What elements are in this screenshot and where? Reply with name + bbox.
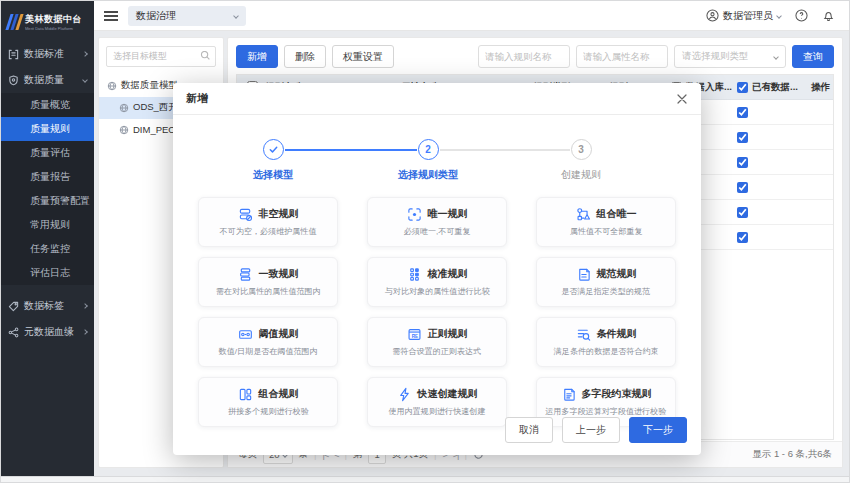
- cancel-button[interactable]: 取消: [505, 417, 553, 443]
- card-title: 非空规则: [259, 207, 299, 221]
- model-icon: [119, 103, 129, 113]
- card-desc: 不可为空，必须维护属性值: [220, 226, 317, 237]
- step-select-model: 选择模型: [218, 139, 328, 182]
- help-button[interactable]: [795, 9, 808, 22]
- rule-type-select-value: 请选择规则类型: [682, 50, 749, 63]
- rules-toolbar: 新增 删除 权重设置 请选择规则类型 查询: [228, 38, 842, 74]
- row-data-checkbox[interactable]: [737, 182, 748, 193]
- hamburger-menu-icon[interactable]: [104, 11, 118, 21]
- user-icon: [706, 9, 719, 22]
- card-consistency-rule[interactable]: 一致规则 需在对比属性的属性值范围内: [198, 257, 338, 307]
- chevron-down-icon: [233, 13, 239, 19]
- scroll-doc-icon: [576, 267, 591, 282]
- sidebar-item-data-quality[interactable]: 数据质量: [1, 67, 94, 93]
- sidebar: 美林数据中台 Merit Data Middle Platform 数据标准 数…: [1, 1, 94, 478]
- card-spec-rule[interactable]: 规范规则 是否满足指定类型的规范: [536, 257, 676, 307]
- layout-blocks-icon: [238, 387, 253, 402]
- add-button[interactable]: 新增: [236, 45, 278, 68]
- card-non-empty-rule[interactable]: 非空规则 不可为空，必须维护属性值: [198, 197, 338, 247]
- step-label: 选择模型: [218, 168, 328, 182]
- step-number: 3: [571, 139, 592, 160]
- card-combo-rule[interactable]: 组合规则 拼接多个规则进行校验: [198, 377, 338, 427]
- card-unique-rule[interactable]: 唯一规则 必须唯一,不可重复: [367, 197, 507, 247]
- column-checkbox[interactable]: [737, 82, 748, 93]
- help-icon: [795, 9, 808, 22]
- modal-footer: 取消 上一步 下一步: [505, 417, 687, 443]
- sidebar-item-data-standard[interactable]: 数据标准: [1, 41, 94, 67]
- step-label: 选择规则类型: [373, 168, 483, 182]
- card-desc: 运用多字段运算对字段值进行校验: [545, 406, 666, 417]
- user-menu[interactable]: 数据管理员: [706, 9, 781, 23]
- brand-name: 美林数据中台: [25, 13, 82, 26]
- sidebar-item-quality-rules[interactable]: 质量规则: [1, 117, 94, 141]
- card-regex-rule[interactable]: RE 正则规则 需符合设置的正则表达式: [367, 317, 507, 367]
- chevron-right-icon: [82, 303, 88, 309]
- card-threshold-rule[interactable]: 阈值规则 数值/日期是否在阈值范围内: [198, 317, 338, 367]
- sidebar-item-data-label[interactable]: 数据标签: [1, 293, 94, 319]
- attr-name-filter-input[interactable]: [576, 45, 668, 68]
- card-quick-create-rule[interactable]: 快速创建规则 使用内置规则进行快速创建: [367, 377, 507, 427]
- rule-name-filter-input[interactable]: [478, 45, 570, 68]
- sidebar-item-metadata-lineage[interactable]: 元数据血缘: [1, 319, 94, 345]
- row-data-checkbox[interactable]: [737, 207, 748, 218]
- card-title: 组合规则: [259, 387, 299, 401]
- brackets-icon: [8, 49, 19, 60]
- tree-node-label: 数据质量模型: [121, 79, 178, 92]
- card-desc: 拼接多个规则进行校验: [228, 406, 309, 417]
- card-approval-rule[interactable]: 核准规则 与对比对象的属性值进行比较: [367, 257, 507, 307]
- column-header: 已有数据...: [752, 81, 798, 94]
- step-label: 创建规则: [526, 168, 636, 182]
- sidebar-item-label: 数据质量: [24, 73, 78, 87]
- delete-button[interactable]: 删除: [284, 45, 326, 68]
- tree-node-label: ODS_西开: [133, 101, 178, 114]
- row-data-checkbox[interactable]: [737, 232, 748, 243]
- module-select[interactable]: 数据治理: [128, 6, 246, 26]
- sidebar-item-label: 数据标准: [24, 47, 78, 61]
- sidebar-item-quality-alert-config[interactable]: 质量预警配置: [1, 189, 94, 213]
- card-condition-rule[interactable]: 条件规则 满足条件的数据是否符合约束: [536, 317, 676, 367]
- result-summary: 显示 1 - 6 条,共6条: [752, 448, 832, 461]
- card-title: 快速创建规则: [418, 387, 478, 401]
- list-search-icon: [576, 327, 591, 342]
- chevron-down-icon: [776, 13, 782, 19]
- rule-type-select[interactable]: 请选择规则类型: [674, 45, 786, 68]
- range-icon: [238, 327, 253, 342]
- step-select-rule-type: 2 选择规则类型: [373, 139, 483, 182]
- nodes-icon: [8, 327, 19, 338]
- card-title: 正则规则: [428, 327, 468, 341]
- row-data-checkbox[interactable]: [737, 107, 748, 118]
- rule-type-cards: 非空规则 不可为空，必须维护属性值 唯一规则 必须唯一,不可重复 组合唯一 属性…: [173, 193, 701, 427]
- focus-dot-icon: [407, 207, 422, 222]
- lightning-icon: [397, 387, 412, 402]
- sidebar-item-quality-assess[interactable]: 质量评估: [1, 141, 94, 165]
- row-data-checkbox[interactable]: [737, 157, 748, 168]
- shapes-flow-icon: [576, 207, 591, 222]
- bell-icon: [822, 9, 835, 22]
- card-title: 组合唯一: [597, 207, 637, 221]
- notifications-button[interactable]: [822, 9, 835, 22]
- prev-step-button[interactable]: 上一步: [562, 417, 620, 443]
- card-desc: 属性值不可全部重复: [570, 226, 643, 237]
- next-step-button[interactable]: 下一步: [629, 417, 687, 443]
- sidebar-item-task-monitor[interactable]: 任务监控: [1, 237, 94, 261]
- card-title: 多字段约束规则: [582, 387, 652, 401]
- card-title: 阈值规则: [259, 327, 299, 341]
- card-combined-unique[interactable]: 组合唯一 属性值不可全部重复: [536, 197, 676, 247]
- sidebar-item-common-rules[interactable]: 常用规则: [1, 213, 94, 237]
- model-icon: [107, 81, 117, 91]
- topbar: 数据治理 数据管理员: [94, 1, 849, 31]
- row-data-checkbox[interactable]: [737, 132, 748, 143]
- brand-tagline: Merit Data Middle Platform: [25, 26, 76, 31]
- multi-field-doc-icon: [561, 387, 576, 402]
- search-button[interactable]: 查询: [792, 45, 834, 68]
- modal-title: 新增: [186, 91, 208, 106]
- sidebar-item-assess-log[interactable]: 评估日志: [1, 261, 94, 285]
- sidebar-item-quality-report[interactable]: 质量报告: [1, 165, 94, 189]
- card-title: 一致规则: [259, 267, 299, 281]
- weight-settings-button[interactable]: 权重设置: [332, 45, 394, 68]
- compare-columns-icon: [407, 267, 422, 282]
- sidebar-item-quality-overview[interactable]: 质量概览: [1, 93, 94, 117]
- step-create-rule: 3 创建规则: [526, 139, 636, 182]
- card-desc: 与对比对象的属性值进行比较: [385, 286, 490, 297]
- close-button[interactable]: [676, 93, 688, 105]
